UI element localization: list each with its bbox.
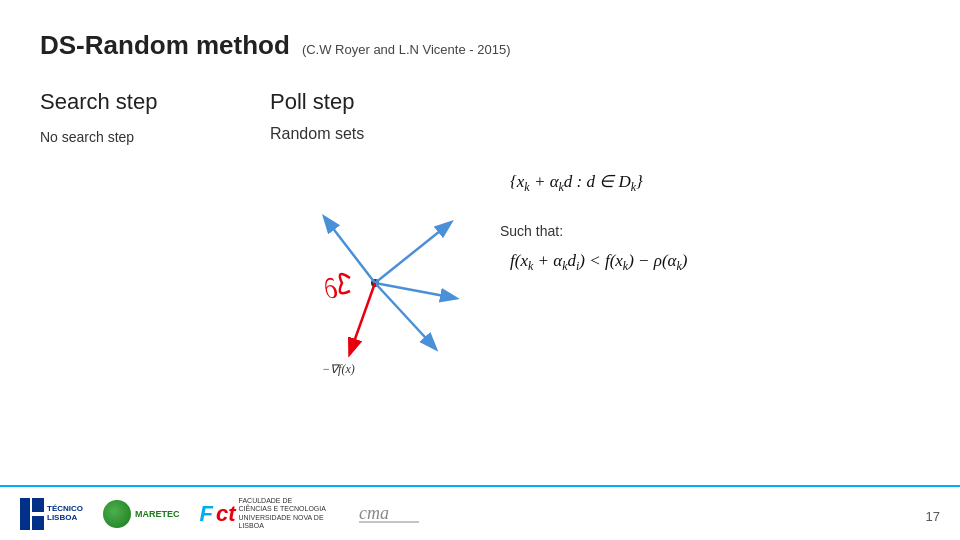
tecnico-text: TÉCNICO LISBOA — [47, 505, 83, 523]
such-that-label: Such that: — [500, 223, 920, 239]
no-search-step-label: No search step — [40, 129, 270, 145]
slide-number: 17 — [926, 509, 940, 524]
directions-diagram: ∂ −∇f(x) — [270, 153, 480, 383]
formula-area: ∂ −∇f(x) — [270, 153, 920, 383]
fct-ct-letters: ct — [216, 501, 236, 527]
condition-block: Such that: f(xk + αkdi) < f(xk) − ρ(αk) — [500, 223, 920, 282]
svg-rect-10 — [32, 516, 44, 530]
right-column: Poll step Random sets — [270, 89, 920, 383]
maretec-circle-icon — [103, 500, 131, 528]
fct-subtitle: FACULDADE DECIÊNCIAS E TECNOLOGIAUNIVERS… — [239, 497, 339, 531]
slide-subtitle: (C.W Royer and L.N Vicente - 2015) — [302, 42, 511, 57]
slide-title: DS-Random method — [40, 30, 290, 61]
content-columns: Search step No search step Poll step Ran… — [40, 89, 920, 383]
svg-rect-9 — [32, 498, 44, 512]
set-formula: {xk + αkd : d ∈ Dk} — [500, 163, 920, 203]
search-step-heading: Search step — [40, 89, 270, 115]
logo-maretec: MARETEC — [103, 500, 180, 528]
logo-tecnico-lisboa: TÉCNICO LISBOA — [20, 498, 83, 530]
slide: DS-Random method (C.W Royer and L.N Vice… — [0, 0, 960, 540]
math-formulas: {xk + αkd : d ∈ Dk} Such that: f(xk + αk… — [500, 153, 920, 283]
random-sets-label: Random sets — [270, 125, 920, 143]
svg-text:∂: ∂ — [324, 273, 338, 304]
footer-bar: TÉCNICO LISBOA MARETEC F ct FACULDADE DE… — [0, 485, 960, 540]
title-area: DS-Random method (C.W Royer and L.N Vice… — [40, 30, 920, 61]
left-column: Search step No search step — [40, 89, 270, 383]
svg-line-2 — [375, 223, 450, 283]
poll-step-heading: Poll step — [270, 89, 920, 115]
svg-text:cma: cma — [359, 503, 389, 523]
maretec-text: MARETEC — [135, 509, 180, 519]
logo-fct: F ct FACULDADE DECIÊNCIAS E TECNOLOGIAUN… — [200, 497, 339, 531]
fct-f-letter: F — [200, 501, 213, 527]
cma-icon: cma — [359, 497, 429, 527]
svg-line-5 — [350, 283, 375, 353]
svg-rect-8 — [20, 498, 30, 530]
logo-cma: cma — [359, 497, 429, 531]
tecnico-icon — [20, 498, 44, 530]
svg-text:−∇f(x): −∇f(x) — [322, 362, 355, 376]
condition-formula: f(xk + αkdi) < f(xk) − ρ(αk) — [500, 243, 920, 282]
diagram-container: ∂ −∇f(x) — [270, 153, 480, 383]
